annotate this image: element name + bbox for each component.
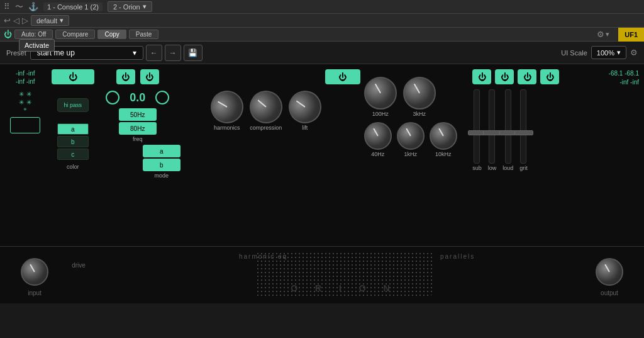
freq-wrap: 50Hz 80Hz freq (119, 108, 157, 142)
freq-mode-section: ⏻ ⏻ 0.0 50Hz 80Hz freq a b mode (100, 69, 175, 241)
plugin-main: -inf -inf -inf -inf ✳ ✳ ✳ ✳ ✳ ⏻ hi pass (0, 64, 644, 247)
low-fader-wrap: low (488, 89, 497, 171)
harmonics-knob[interactable] (204, 84, 249, 129)
mode-btn-b[interactable]: b (143, 159, 180, 171)
drive-bottom: drive (57, 252, 101, 269)
10khz-knob-wrap: 10kHz (430, 122, 457, 157)
power-col: ⏻ hi pass a b c color (50, 69, 96, 241)
expand-icon[interactable]: ▾ (606, 30, 609, 38)
ui-scale-label: UI Scale (561, 49, 587, 57)
harmonics-label: harmonics (214, 125, 240, 131)
par-power-3[interactable]: ⏻ (518, 69, 536, 84)
star-2: ✳ (26, 91, 31, 98)
parallels-power-btns: ⏻ ⏻ ⏻ ⏻ (472, 69, 600, 84)
auto-off-btn[interactable]: Auto: Off (14, 30, 53, 39)
1khz-knob-wrap: 1kHz (397, 122, 425, 157)
input-label: input (28, 290, 42, 296)
harmonic-eq-label-wrap: harmonic eq (239, 253, 287, 260)
freq-btn-80[interactable]: 80Hz (119, 122, 157, 135)
40hz-knob[interactable] (364, 122, 392, 150)
track-dropdown[interactable]: 2 - Orion ▾ (108, 1, 152, 12)
grit-fader-wrap: grit (519, 89, 528, 171)
stars-display: ✳ ✳ ✳ ✳ ✳ (19, 91, 31, 112)
star-1: ✳ (19, 91, 24, 98)
preset-next-btn[interactable]: → (165, 45, 181, 61)
star-5: ✳ (23, 107, 27, 112)
3khz-label: 3kHz (413, 111, 426, 117)
color-btn-c[interactable]: c (57, 149, 89, 160)
mode-btn-a[interactable]: a (143, 145, 180, 157)
parallels-faders: sub low loud grit (472, 89, 600, 171)
knobs-section: harmonics compression lift (211, 69, 321, 241)
10khz-knob[interactable] (430, 122, 457, 150)
loud-fader-wrap: loud (502, 89, 513, 171)
output-knob[interactable] (596, 258, 623, 286)
level-readout-tl: -inf -inf -inf -inf (16, 69, 35, 86)
freq-label: freq (133, 136, 143, 142)
uf1-badge: UF1 (618, 28, 644, 42)
loud-fader-label: loud (502, 165, 513, 171)
grit-fader-thumb[interactable] (514, 130, 533, 135)
power-btn-3[interactable]: ⏻ (140, 69, 159, 84)
drive-label: drive (72, 262, 86, 269)
eq-top-row: 100Hz 3kHz (364, 77, 469, 117)
copy-btn[interactable]: Copy (97, 30, 126, 39)
input-bottom: input (13, 252, 57, 296)
output-readout-section: -68.1 -68.1 -inf -inf (604, 69, 639, 241)
compare-btn[interactable]: Compare (55, 30, 95, 39)
compression-knob[interactable] (245, 86, 287, 128)
ui-scale-dropdown[interactable]: 100% ▾ (591, 46, 626, 59)
dial-right[interactable] (155, 91, 169, 104)
lift-label: lift (302, 125, 308, 131)
paste-btn[interactable]: Paste (129, 30, 159, 39)
lift-knob-wrap: lift (289, 91, 321, 131)
sub-fader-label: sub (472, 165, 482, 171)
activate-tooltip[interactable]: Activate (19, 39, 55, 52)
par-power-2[interactable]: ⏻ (495, 69, 514, 84)
preset-prev-btn[interactable]: ← (146, 45, 162, 61)
lift-knob[interactable] (283, 85, 326, 128)
level-display: 0.0 (130, 91, 145, 104)
daw-icon-3: ⚓ (28, 2, 38, 11)
power-btn-main[interactable]: ⏻ (52, 69, 94, 84)
power-btn-2[interactable]: ⏻ (116, 69, 135, 84)
action-bar: ⏻ Auto: Off Compare Copy Paste Activate … (0, 28, 644, 42)
power-icon-small: ⏻ (4, 30, 12, 39)
100hz-knob[interactable] (364, 77, 397, 110)
harmonic-eq-label: harmonic eq (239, 253, 287, 260)
gear-area: ⚙ ▾ (597, 30, 609, 39)
toolbar-icon-2: ◁ (13, 16, 19, 25)
1khz-knob[interactable] (397, 122, 425, 150)
harmonics-knob-wrap: harmonics (211, 91, 243, 131)
eq-power-section: ⏻ (325, 69, 360, 241)
3khz-knob[interactable] (403, 77, 436, 110)
eq-power-btn[interactable]: ⏻ (325, 69, 360, 84)
grit-fader-label: grit (519, 165, 528, 171)
preset-save-btn[interactable]: 💾 (184, 45, 203, 61)
grit-fader-track[interactable] (520, 89, 526, 164)
par-power-4[interactable]: ⏻ (540, 69, 559, 84)
dial-left[interactable] (106, 91, 119, 104)
ui-scale-area: UI Scale 100% ▾ ⚙ (561, 46, 638, 59)
daw-icon-1: ⠿ (4, 2, 10, 11)
preset-dropdown-toolbar[interactable]: default ▾ (31, 15, 69, 26)
sub-fader-wrap: sub (472, 89, 482, 171)
mode-wrap: a b mode (143, 145, 180, 179)
hipass-btn[interactable]: hi pass (57, 98, 89, 112)
color-btn-b[interactable]: b (57, 136, 89, 147)
low-fader-track[interactable] (489, 89, 495, 164)
freq-btn-50[interactable]: 50Hz (119, 108, 157, 121)
toolbar-icon-3: ▷ (22, 16, 28, 25)
sub-fader-track[interactable] (474, 89, 480, 164)
40hz-knob-wrap: 40Hz (364, 122, 392, 157)
harmonic-eq-section: 100Hz 3kHz 40Hz 1kHz 10kHz (364, 69, 469, 241)
color-btn-a[interactable]: a (57, 123, 89, 135)
star-4: ✳ (26, 99, 31, 106)
par-power-1[interactable]: ⏻ (472, 69, 491, 84)
gear-icon[interactable]: ⚙ (597, 30, 604, 39)
low-fader-label: low (488, 165, 497, 171)
ui-settings-icon[interactable]: ⚙ (630, 48, 638, 57)
loud-fader-track[interactable] (505, 89, 511, 164)
console-label[interactable]: 1 - Console 1 (2) (43, 3, 103, 11)
input-knob[interactable] (21, 258, 48, 286)
